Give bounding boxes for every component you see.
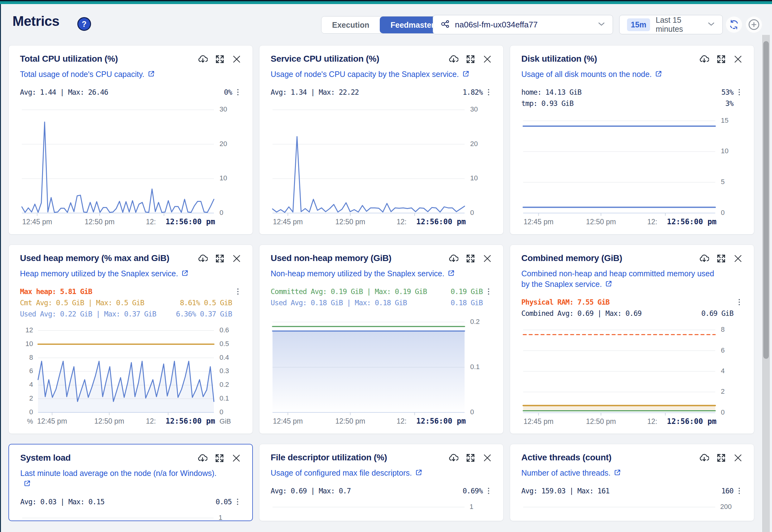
svg-text:0.4: 0.4	[220, 353, 229, 361]
expand-icon[interactable]	[215, 454, 224, 463]
node-selector[interactable]: na06sl-fm-ux034effa77	[433, 15, 613, 34]
card-description-link[interactable]: Heap memory utilized by the Snaplex serv…	[20, 268, 220, 280]
external-link-icon	[447, 269, 455, 280]
kebab-menu-icon[interactable]	[733, 88, 743, 96]
download-icon[interactable]	[198, 254, 208, 264]
stat-label: Avg: 159.03 | Max: 161	[521, 487, 610, 495]
kebab-menu-icon[interactable]	[232, 498, 241, 506]
stats: Physical RAM: 7.55 GiBCombined Avg: 0.69…	[521, 297, 743, 319]
close-icon[interactable]	[733, 55, 743, 64]
svg-text:%: %	[27, 417, 33, 425]
window-left-edge	[0, 4, 1, 532]
kebab-menu-icon[interactable]	[483, 88, 492, 96]
svg-text:12:56:00 pm: 12:56:00 pm	[667, 217, 717, 226]
help-icon[interactable]: ?	[77, 17, 91, 31]
chart: 05101512:45 pm12:50 pm12:12:56:00 pm	[521, 112, 743, 229]
svg-text:12:56:00 pm: 12:56:00 pm	[667, 417, 717, 426]
card-description-link[interactable]: Usage of configured max file descriptors…	[271, 468, 470, 479]
expand-icon[interactable]	[717, 453, 726, 463]
svg-text:20: 20	[220, 140, 227, 148]
close-icon[interactable]	[232, 254, 241, 263]
stat-current-value: 0.05	[216, 498, 232, 506]
scrollbar-thumb[interactable]	[763, 41, 769, 359]
close-icon[interactable]	[483, 55, 492, 64]
refresh-button[interactable]	[726, 17, 742, 33]
kebab-menu-icon[interactable]	[483, 487, 492, 495]
stats: home: 14.13 GiB53%tmp: 0.93 GiB3%	[521, 87, 743, 109]
svg-text:12:56:00 pm: 12:56:00 pm	[416, 217, 466, 226]
card-description: Usage of configured max file descriptors…	[271, 468, 412, 477]
kebab-menu-icon[interactable]	[483, 287, 492, 296]
stat-line: Avg: 159.03 | Max: 161160	[521, 485, 743, 496]
svg-text:GiB: GiB	[220, 417, 231, 425]
card-title: File descriptor utilization (%)	[271, 452, 387, 463]
svg-text:12:45 pm: 12:45 pm	[273, 218, 303, 226]
close-icon[interactable]	[483, 254, 492, 263]
page-header: Metrics ? Execution Feedmaster na06sl-fm…	[0, 4, 772, 41]
card-description-link[interactable]: Non-heap memory utilized by the Snaplex …	[271, 268, 470, 280]
svg-text:12:45 pm: 12:45 pm	[273, 417, 303, 425]
svg-text:12:45 pm: 12:45 pm	[523, 218, 553, 226]
download-icon[interactable]	[198, 453, 207, 463]
download-icon[interactable]	[699, 453, 709, 463]
stat-current-value: 0.18 GiB	[450, 299, 483, 307]
download-icon[interactable]	[699, 54, 709, 64]
stat-label: Used Avg: 0.22 GiB | Max: 0.37 GiB	[20, 310, 156, 318]
svg-text:12:56:00 pm: 12:56:00 pm	[416, 417, 466, 425]
download-icon[interactable]	[448, 54, 458, 64]
brand-teal-bar	[0, 1, 772, 4]
stat-line: Avg: 1.44 | Max: 26.460%	[20, 87, 241, 98]
card-description-link[interactable]: Usage of all disk mounts on the node.	[521, 69, 721, 80]
expand-icon[interactable]	[717, 254, 726, 263]
stat-line: Used Avg: 0.18 GiB | Max: 0.18 GiB0.18 G…	[271, 297, 492, 308]
kebab-menu-icon[interactable]	[232, 88, 241, 96]
external-link-icon	[23, 479, 31, 490]
card-description-link[interactable]: Combined non-heap and heap committed mem…	[521, 268, 721, 290]
card-description-link[interactable]: Last minute load average on the node (n/…	[20, 468, 220, 490]
close-icon[interactable]	[483, 453, 492, 463]
add-chart-button[interactable]	[746, 17, 762, 33]
stat-line: Physical RAM: 7.55 GiB	[521, 297, 743, 308]
card-title: System load	[20, 453, 71, 463]
svg-text:12:: 12:	[647, 417, 657, 425]
download-icon[interactable]	[448, 254, 458, 264]
download-icon[interactable]	[699, 254, 709, 264]
download-icon[interactable]	[198, 54, 208, 64]
expand-icon[interactable]	[215, 55, 225, 64]
svg-text:12:50 pm: 12:50 pm	[94, 417, 124, 425]
stat-label: Cmt Avg: 0.5 GiB | Max: 0.5 GiB	[20, 299, 144, 307]
stat-line: tmp: 0.93 GiB3%	[521, 98, 743, 109]
kebab-menu-icon[interactable]	[733, 487, 743, 495]
close-icon[interactable]	[232, 55, 241, 64]
svg-text:12:56:00 pm: 12:56:00 pm	[165, 217, 215, 226]
chart: 0246812:45 pm12:50 pm12:12:56:00 pm	[521, 322, 743, 428]
close-icon[interactable]	[733, 254, 743, 263]
svg-text:10: 10	[721, 147, 728, 155]
time-range-selector[interactable]: 15m Last 15 minutes	[619, 15, 723, 34]
card-description-link[interactable]: Total usage of node's CPU capacity.	[20, 69, 220, 80]
close-icon[interactable]	[733, 453, 743, 463]
svg-text:1: 1	[469, 503, 473, 511]
toggle-execution[interactable]: Execution	[322, 17, 380, 33]
expand-icon[interactable]	[466, 254, 475, 263]
expand-icon[interactable]	[215, 254, 225, 263]
svg-text:2: 2	[721, 387, 725, 395]
svg-text:0: 0	[470, 408, 474, 416]
kebab-menu-icon[interactable]	[733, 298, 743, 306]
expand-icon[interactable]	[466, 55, 475, 64]
time-range-badge: 15m	[627, 18, 650, 31]
expand-icon[interactable]	[717, 55, 726, 64]
expand-icon[interactable]	[466, 453, 475, 463]
stat-label: Committed Avg: 0.19 GiB | Max: 0.19 GiB	[271, 287, 427, 296]
stat-line: Avg: 0.03 | Max: 0.150.05	[20, 496, 241, 507]
kebab-menu-icon[interactable]	[232, 287, 241, 296]
card-description-link[interactable]: Number of active threads.	[521, 468, 721, 479]
svg-text:12:50 pm: 12:50 pm	[85, 218, 115, 226]
external-link-icon	[614, 468, 621, 479]
close-icon[interactable]	[232, 454, 241, 463]
card-header: Total CPU utilization (%)	[20, 54, 241, 64]
svg-text:30: 30	[470, 105, 478, 113]
stat-current-value: 0.69 GiB	[701, 309, 733, 317]
card-description-link[interactable]: Usage of node's CPU capacity by the Snap…	[271, 69, 470, 80]
download-icon[interactable]	[448, 453, 458, 463]
